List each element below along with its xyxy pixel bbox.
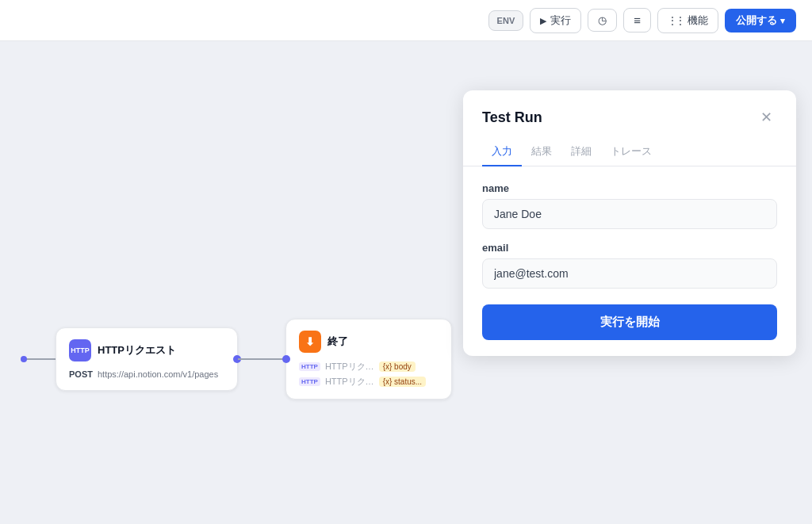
name-field-group: name — [482, 182, 777, 229]
panel-body: name email 実行を開始 — [463, 166, 796, 356]
list-button[interactable] — [623, 8, 651, 33]
publish-button[interactable]: 公開する — [725, 9, 796, 33]
canvas: HTTP HTTPリクエスト POST https://api.notion.c… — [0, 41, 812, 524]
chevron-down-icon — [780, 14, 785, 26]
flow-nodes: HTTP HTTPリクエスト POST https://api.notion.c… — [24, 319, 452, 400]
nodes-icon — [668, 14, 684, 26]
email-field-group: email — [482, 242, 777, 289]
list-icon — [634, 13, 641, 27]
execute-button[interactable]: 実行を開始 — [482, 304, 777, 340]
end-node-port-left — [282, 355, 290, 363]
http-node[interactable]: HTTP HTTPリクエスト POST https://api.notion.c… — [56, 327, 238, 391]
end-node-row1-value: {x} body — [379, 361, 416, 372]
clock-button[interactable] — [588, 9, 617, 32]
end-node-row-1: HTTP HTTPリク… {x} body — [299, 361, 439, 373]
tab-result[interactable]: 結果 — [522, 138, 561, 166]
features-button[interactable]: 機能 — [657, 8, 718, 33]
test-run-panel: Test Run ✕ 入力 結果 詳細 トレース name email 実行を開… — [463, 90, 796, 356]
end-node-row1-label: HTTPリク… — [325, 361, 374, 373]
panel-title: Test Run — [482, 109, 542, 126]
panel-header: Test Run ✕ — [463, 90, 796, 128]
name-label: name — [482, 182, 777, 194]
end-node[interactable]: ⬇ 終了 HTTP HTTPリク… {x} body HTTP HTTPリク… … — [285, 319, 452, 400]
end-node-row2-prefix: HTTP — [299, 377, 320, 386]
clock-icon — [598, 14, 607, 26]
http-node-icon: HTTP — [69, 339, 91, 361]
end-node-row2-value: {x} status... — [379, 377, 426, 387]
panel-tabs: 入力 結果 詳細 トレース — [463, 138, 796, 166]
http-node-url: https://api.notion.com/v1/pages — [98, 369, 218, 379]
play-icon — [540, 14, 546, 26]
email-label: email — [482, 242, 777, 254]
end-node-title: 終了 — [327, 335, 348, 349]
toolbar: ENV 実行 機能 公開する — [0, 0, 812, 41]
end-node-rows: HTTP HTTPリク… {x} body HTTP HTTPリク… {x} s… — [299, 361, 439, 388]
http-node-content: POST https://api.notion.com/v1/pages — [69, 369, 224, 379]
email-input[interactable] — [482, 258, 777, 289]
env-button[interactable]: ENV — [488, 10, 524, 31]
tab-detail[interactable]: 詳細 — [561, 138, 601, 166]
http-node-method: POST — [69, 369, 93, 379]
end-node-row1-prefix: HTTP — [299, 362, 320, 371]
end-node-row2-label: HTTPリク… — [325, 376, 374, 388]
panel-close-button[interactable]: ✕ — [755, 106, 777, 128]
end-node-row-2: HTTP HTTPリク… {x} status... — [299, 376, 439, 388]
http-node-title: HTTPリクエスト — [98, 343, 176, 358]
tab-trace[interactable]: トレース — [601, 138, 661, 166]
run-button[interactable]: 実行 — [530, 8, 581, 33]
tab-input[interactable]: 入力 — [482, 138, 522, 166]
end-node-icon: ⬇ — [299, 331, 321, 353]
name-input[interactable] — [482, 199, 777, 229]
